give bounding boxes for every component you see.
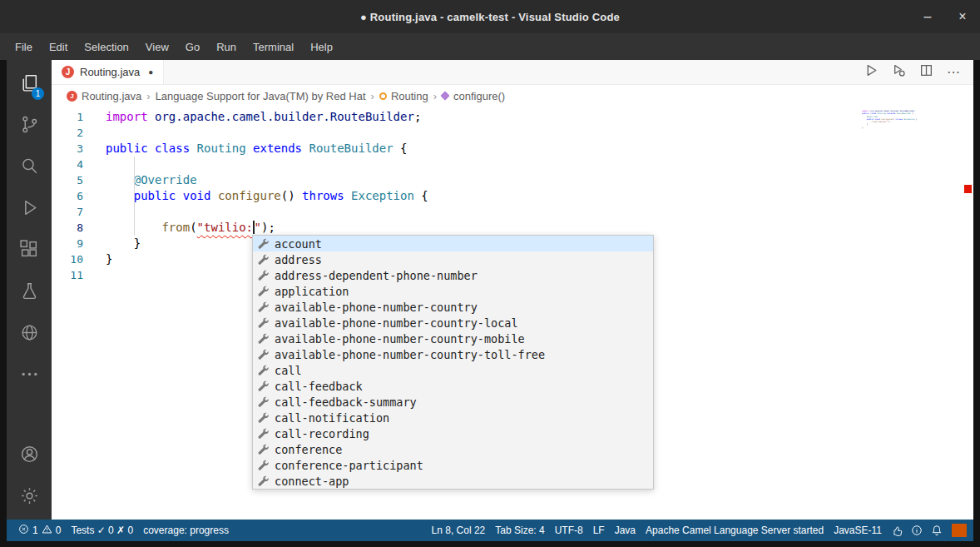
suggestion-item[interactable]: connect-app bbox=[253, 473, 653, 489]
line-number[interactable]: 7 bbox=[52, 204, 100, 220]
activity-search[interactable] bbox=[9, 147, 49, 188]
line-number[interactable]: 4 bbox=[52, 157, 100, 172]
menu-edit[interactable]: Edit bbox=[41, 37, 76, 57]
suggestion-label: address-dependent-phone-number bbox=[275, 269, 478, 282]
line-number[interactable]: 2 bbox=[52, 125, 100, 141]
suggestion-label: call-feedback-summary bbox=[275, 395, 417, 409]
close-button[interactable]: × bbox=[955, 9, 970, 24]
status-java-runtime[interactable]: JavaSE-11 bbox=[829, 525, 887, 536]
java-file-icon: J bbox=[62, 66, 74, 78]
testing-flask-icon bbox=[19, 281, 40, 305]
status-encoding[interactable]: UTF-8 bbox=[550, 525, 588, 536]
line-number[interactable]: 6 bbox=[52, 188, 100, 204]
code-line[interactable]: 8 from("twilio:"); bbox=[52, 220, 973, 236]
code-line[interactable]: 6 public void configure() throws Excepti… bbox=[52, 188, 973, 204]
minimize-button[interactable]: – bbox=[920, 9, 935, 24]
suggestion-item[interactable]: call-feedback-summary bbox=[253, 394, 653, 410]
suggestion-label: available-phone-number-country-local bbox=[275, 316, 518, 330]
feedback-thumbs-up-icon[interactable] bbox=[887, 525, 907, 536]
minimap[interactable]: import org.apache.camel.builder.RouteBui… bbox=[862, 110, 960, 129]
bell-icon[interactable] bbox=[927, 525, 947, 536]
menu-view[interactable]: View bbox=[137, 37, 177, 57]
title-bar: ● Routing.java - camelk-test - Visual St… bbox=[0, 0, 980, 33]
activity-source-control[interactable] bbox=[9, 105, 49, 147]
line-number[interactable]: 10 bbox=[52, 251, 100, 267]
activity-explorer[interactable]: 1 bbox=[9, 63, 49, 105]
modified-dot-icon[interactable]: ● bbox=[148, 67, 153, 77]
menu-help[interactable]: Help bbox=[302, 37, 341, 57]
status-cursor-position[interactable]: Ln 8, Col 22 bbox=[427, 525, 491, 536]
suggestion-item[interactable]: available-phone-number-country-local bbox=[253, 315, 653, 331]
tab-label: Routing.java bbox=[80, 66, 140, 78]
menu-selection[interactable]: Selection bbox=[76, 37, 136, 57]
suggestion-item[interactable]: available-phone-number-country-toll-free bbox=[253, 346, 653, 362]
menu-terminal[interactable]: Terminal bbox=[245, 37, 302, 57]
code-line[interactable]: 7 bbox=[52, 204, 973, 220]
status-right-items: Ln 8, Col 22Tab Size: 4UTF-8LFJavaApache… bbox=[427, 525, 887, 536]
code-line[interactable]: 5 @Override bbox=[52, 172, 973, 188]
suggestion-item[interactable]: available-phone-number-country bbox=[253, 299, 653, 315]
suggestion-item[interactable]: conference-participant bbox=[253, 457, 653, 473]
code-line[interactable]: 3public class Routing extends RouteBuild… bbox=[52, 141, 973, 157]
overview-ruler-scrollbar[interactable] bbox=[962, 107, 973, 520]
activity-extension-globe[interactable] bbox=[9, 313, 49, 355]
problems-indicator[interactable]: 1 0 bbox=[13, 520, 66, 541]
activity-extensions[interactable] bbox=[9, 230, 49, 271]
indent-guide bbox=[134, 157, 135, 236]
suggestion-item[interactable]: call-recording bbox=[253, 425, 653, 441]
suggestion-label: conference bbox=[275, 443, 342, 456]
suggestion-label: call-recording bbox=[275, 427, 369, 440]
breadcrumb-item[interactable]: Language Support for Java(TM) by Red Hat bbox=[156, 90, 366, 102]
line-number[interactable]: 8 bbox=[52, 220, 100, 236]
line-number[interactable]: 3 bbox=[52, 141, 100, 157]
tab-bar: J Routing.java ● ⋯ bbox=[52, 60, 973, 85]
warning-count: 0 bbox=[56, 525, 62, 536]
suggestion-item[interactable]: application bbox=[253, 283, 653, 299]
tests-status[interactable]: Tests ✓ 0 ✗ 0 bbox=[66, 520, 138, 541]
suggestion-item[interactable]: call bbox=[253, 362, 653, 378]
breadcrumb-item[interactable]: JRouting.java bbox=[67, 90, 141, 102]
run-icon[interactable] bbox=[864, 63, 879, 81]
status-notification-badge[interactable] bbox=[952, 524, 967, 537]
line-number[interactable]: 9 bbox=[52, 236, 100, 251]
activity-more-views[interactable] bbox=[9, 355, 49, 396]
wrench-property-icon bbox=[256, 333, 270, 344]
status-language-mode[interactable]: Java bbox=[610, 525, 641, 536]
activity-run-and-debug[interactable] bbox=[9, 188, 49, 230]
coverage-status[interactable]: coverage: progress bbox=[138, 520, 234, 541]
line-number[interactable]: 1 bbox=[52, 109, 100, 125]
suggestion-label: conference-participant bbox=[275, 459, 423, 472]
split-editor-icon[interactable] bbox=[919, 63, 933, 81]
suggestion-item[interactable]: call-notification bbox=[253, 410, 653, 425]
wrench-property-icon bbox=[256, 238, 270, 249]
suggestion-item[interactable]: account bbox=[253, 236, 653, 251]
suggestion-item[interactable]: address bbox=[253, 251, 653, 267]
code-line[interactable]: 4 bbox=[52, 157, 973, 172]
menu-go[interactable]: Go bbox=[177, 37, 208, 57]
info-icon[interactable] bbox=[907, 525, 927, 536]
code-line[interactable]: 2 bbox=[52, 125, 973, 141]
status-tab-size[interactable]: Tab Size: 4 bbox=[490, 525, 549, 536]
menu-bar: FileEditSelectionViewGoRunTerminalHelp bbox=[0, 33, 980, 60]
breadcrumb-item[interactable]: Routing bbox=[379, 90, 428, 102]
suggestion-item[interactable]: available-phone-number-country-mobile bbox=[253, 331, 653, 346]
status-bar: 1 0 Tests ✓ 0 ✗ 0 coverage: progress Ln … bbox=[7, 520, 973, 541]
status-camel-language-server[interactable]: Apache Camel Language Server started bbox=[641, 525, 829, 536]
breadcrumb-item[interactable]: configure() bbox=[442, 90, 505, 102]
line-number[interactable]: 5 bbox=[52, 172, 100, 188]
suggestion-item[interactable]: call-feedback bbox=[253, 378, 653, 394]
suggestion-item[interactable]: address-dependent-phone-number bbox=[253, 267, 653, 283]
menu-file[interactable]: File bbox=[7, 37, 41, 57]
tab-routing-java[interactable]: J Routing.java ● bbox=[52, 60, 164, 84]
activity-account[interactable] bbox=[9, 435, 49, 476]
line-number[interactable]: 11 bbox=[52, 267, 100, 283]
activity-testing[interactable] bbox=[9, 271, 49, 313]
editor-more-actions-icon[interactable]: ⋯ bbox=[947, 66, 960, 79]
activity-settings[interactable] bbox=[9, 476, 49, 518]
menu-run[interactable]: Run bbox=[208, 37, 245, 57]
status-eol[interactable]: LF bbox=[588, 525, 610, 536]
code-line[interactable]: 1import org.apache.camel.builder.RouteBu… bbox=[52, 109, 973, 125]
run-or-debug-icon[interactable] bbox=[892, 63, 906, 81]
suggestion-item[interactable]: conference bbox=[253, 441, 653, 457]
wrench-property-icon bbox=[256, 428, 270, 439]
